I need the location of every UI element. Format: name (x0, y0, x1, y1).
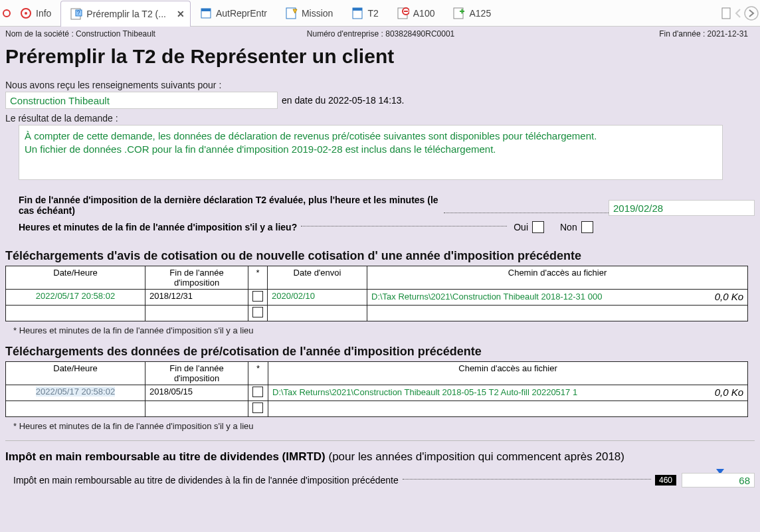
row-checkbox[interactable] (252, 387, 263, 397)
tab-info[interactable]: Info (11, 0, 60, 26)
cell-path: D:\Tax Returns\2021\Construction Thibeau… (367, 290, 748, 306)
imrtd-line-460: Impôt en main remboursable au titre de d… (13, 473, 755, 488)
col-datetime: Date/Heure (6, 362, 145, 385)
row-checkbox[interactable] (252, 291, 263, 302)
file-size: 0,0 Ko (715, 387, 743, 398)
table-row[interactable] (6, 401, 748, 417)
oui-checkbox[interactable] (532, 221, 544, 233)
tab-label: Mission (302, 8, 333, 19)
tab-autreprentr[interactable]: AutReprEntr (191, 0, 276, 26)
company-name-input[interactable] (5, 92, 278, 109)
col-star: * (248, 362, 268, 385)
close-icon[interactable]: ✕ (177, 9, 185, 19)
tab-nav-prev-icon[interactable] (3, 9, 11, 18)
svg-rect-7 (201, 9, 211, 11)
section1-heading: Téléchargements d'avis de cotisation ou … (5, 249, 755, 263)
tab-label: AutReprEntr (216, 8, 267, 19)
hm-label: Heures et minutes de la fin de l'année d… (19, 222, 297, 232)
imrtd-value-input[interactable] (682, 473, 755, 488)
tab-bar: Info ? Préremplir la T2 (... ✕ AutReprEn… (0, 0, 760, 27)
form-icon (351, 7, 363, 19)
form-plus-icon (453, 7, 465, 19)
row-checkbox[interactable] (252, 307, 263, 317)
imrtd-row-label: Impôt en main remboursable au titre de d… (13, 475, 399, 486)
table-row[interactable]: 2022/05/17 20:58:02 2018/05/15 D:\Tax Re… (6, 385, 748, 401)
tab-preremplir-t2[interactable]: ? Préremplir la T2 (... ✕ (60, 1, 191, 27)
tab-a100[interactable]: A100 (388, 0, 444, 26)
svg-point-2 (25, 12, 27, 15)
page-body: Préremplir la T2 de Représenter un clien… (0, 40, 760, 488)
table-row[interactable]: 2022/05/17 20:58:02 2018/12/31 2020/02/1… (6, 290, 748, 306)
tab-nav-next-icon[interactable] (744, 6, 759, 21)
meta-fye: Fin d'année : 2021-12-31 (659, 29, 755, 39)
tab-label: A125 (469, 8, 491, 19)
asof-text: en date du 2022-05-18 14:13. (282, 95, 405, 106)
cell-fye: 2018/05/15 (145, 385, 248, 401)
cell-datetime: 2022/05/17 20:58:02 (6, 385, 145, 401)
col-fye: Fin de l'année d'imposition (145, 362, 248, 385)
meta-strip: Nom de la société : Construction Thibeau… (0, 27, 760, 40)
meta-company: Nom de la société : Construction Thibeau… (5, 29, 155, 39)
non-label: Non (560, 222, 577, 232)
tab-mission[interactable]: Mission (276, 0, 342, 26)
result-label: Le résultat de la demande : (5, 113, 755, 124)
form-help-icon: ? (70, 8, 82, 20)
imrtd-title-rest: (pour les années d'imposition qui commen… (326, 450, 624, 463)
imrtd-heading: Impôt en main remboursable au titre de d… (5, 450, 755, 464)
svg-text:?: ? (77, 9, 80, 16)
result-text-box: À compter de cette demande, les données … (19, 125, 723, 180)
svg-rect-17 (462, 9, 463, 13)
svg-rect-18 (722, 8, 730, 19)
preassess-downloads-table: Date/Heure Fin de l'année d'imposition *… (5, 361, 748, 417)
tab-label: Préremplir la T2 (... (86, 9, 166, 19)
cell-sent: 2020/02/10 (268, 290, 367, 306)
col-datetime: Date/Heure (6, 266, 145, 290)
tab-overflow[interactable] (711, 0, 732, 26)
cell-datetime: 2022/05/17 20:58:02 (6, 290, 145, 306)
oui-label: Oui (514, 222, 528, 232)
company-row: en date du 2022-05-18 14:13. (5, 92, 755, 109)
table-row[interactable] (6, 306, 748, 321)
form-minus-icon (397, 7, 409, 19)
last-fye-row: Fin de l'année d'imposition de la derniè… (19, 195, 755, 216)
section2-heading: Téléchargements des données de pré/cotis… (5, 345, 755, 359)
intro-line1: Nous avons reçu les renseignements suiva… (5, 80, 755, 90)
file-path[interactable]: D:\Tax Returns\2021\Construction Thibeau… (371, 292, 602, 302)
cell-path: D:\Tax Returns\2021\Construction Thibeau… (268, 385, 748, 401)
tab-nav-prev-icon[interactable] (733, 7, 743, 20)
line-number-box: 460 (655, 475, 676, 486)
imrtd-title-bold: Impôt en main remboursable au titre de d… (5, 450, 326, 463)
col-star: * (248, 266, 268, 290)
non-checkbox[interactable] (581, 221, 593, 233)
result-text-line2: Un fichier de données .COR pour la fin d… (25, 143, 717, 156)
result-text-line1: À compter de cette demande, les données … (25, 130, 717, 143)
tab-t2[interactable]: T2 (342, 0, 387, 26)
divider (5, 440, 755, 441)
svg-point-19 (745, 7, 758, 20)
form-icon (720, 7, 732, 19)
last-fye-label: Fin de l'année d'imposition de la derniè… (19, 195, 444, 216)
section1-footnote: * Heures et minutes de la fin de l'année… (13, 325, 755, 335)
tab-label: T2 (367, 8, 378, 19)
tab-a125[interactable]: A125 (444, 0, 500, 26)
tab-label: A100 (413, 8, 435, 19)
noa-downloads-table: Date/Heure Fin de l'année d'imposition *… (5, 266, 748, 321)
hours-minutes-row: Heures et minutes de la fin de l'année d… (19, 221, 755, 233)
info-icon (20, 7, 32, 19)
cell-fye: 2018/12/31 (145, 290, 248, 306)
last-fye-input[interactable] (609, 200, 755, 216)
file-path[interactable]: D:\Tax Returns\2021\Construction Thibeau… (272, 387, 577, 397)
svg-rect-11 (353, 8, 362, 11)
tab-label: Info (36, 8, 51, 19)
svg-point-0 (3, 10, 10, 17)
section2-footnote: * Heures et minutes de la fin de l'année… (13, 421, 755, 431)
row-checkbox[interactable] (252, 402, 263, 413)
col-path: Chemin d'accès au fichier (367, 266, 748, 290)
page-title: Préremplir la T2 de Représenter un clien… (5, 45, 755, 68)
file-size: 0,0 Ko (715, 291, 743, 302)
col-sent: Date d'envoi (268, 266, 367, 290)
fields-block: Fin de l'année d'imposition de la derniè… (5, 188, 755, 240)
form-warning-icon (286, 7, 298, 19)
col-fye: Fin de l'année d'imposition (145, 266, 248, 290)
svg-rect-14 (404, 11, 408, 12)
